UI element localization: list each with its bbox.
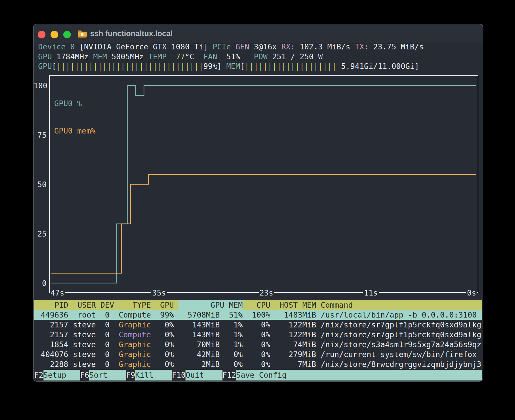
- fn-key-F2[interactable]: F2: [34, 370, 43, 380]
- y-tick-75: 75: [34, 130, 47, 140]
- terminal-window: ssh functionaltux.local Device 0 [NVIDIA…: [33, 24, 483, 382]
- process-row-pid-2157[interactable]: 2157 steve 0 Graphic 0% 143MiB 1% 0% 122…: [34, 320, 482, 330]
- y-tick-25: 25: [34, 229, 47, 239]
- x-tick-11s: 11s: [363, 288, 379, 298]
- fn-action-setup[interactable]: Setup: [43, 370, 80, 380]
- header-sort-column-gpu-mem[interactable]: GPU MEM: [178, 300, 243, 310]
- gpu-mem-gauge-line: GPU[||||||||||||||||||||||||||||||||99%]…: [38, 61, 419, 71]
- fn-action-sort[interactable]: Sort: [89, 370, 126, 380]
- process-row-pid-1854[interactable]: 1854 steve 0 Graphic 0% 70MiB 1% 0% 74Mi…: [34, 340, 482, 349]
- process-table-rows: 449636 root 0 Compute 99% 5708MiB 51% 10…: [34, 310, 482, 369]
- header-left-columns: PID USER DEV TYPE GPU: [36, 300, 178, 310]
- process-row-pid-404076[interactable]: 404076 steve 0 Graphic 0% 42MiB 0% 0% 27…: [34, 349, 482, 359]
- fn-action-save-config[interactable]: Save Config: [236, 370, 482, 380]
- device-info-line: Device 0 [NVIDIA GeForce GTX 1080 Ti] PC…: [38, 42, 424, 52]
- chart-legend: GPU0 % GPU0 mem%: [54, 81, 95, 153]
- legend-gpu-mem: GPU0 mem%: [54, 126, 95, 136]
- header-right-columns: CPU HOST MEM Command: [243, 300, 353, 310]
- y-tick-50: 50: [34, 180, 47, 189]
- zoom-button[interactable]: [63, 31, 71, 38]
- x-tick-0s: 0s: [466, 288, 477, 298]
- x-tick-23s: 23s: [259, 288, 274, 298]
- process-row-pid-2157[interactable]: 2157 steve 0 Compute 0% 143MiB 1% 0% 122…: [34, 330, 482, 340]
- y-tick-0: 0: [34, 278, 47, 288]
- gauge-fill-bars: ||||||||||||||||||||: [245, 62, 337, 71]
- x-tick-35s: 35s: [151, 288, 167, 298]
- process-row-pid-2288[interactable]: 2288 steve 0 Graphic 0% 2MiB 0% 0% 7MiB …: [34, 359, 482, 369]
- fn-action-quit[interactable]: Quit: [186, 370, 222, 380]
- gpu-clock-line: GPU 1784MHz MEM 5005MHz TEMP 77°C FAN 51…: [38, 52, 323, 62]
- header-filler: [353, 300, 482, 310]
- process-table-header: PID USER DEV TYPE GPU GPU MEM CPU HOST M…: [34, 300, 482, 310]
- fn-key-F12[interactable]: F12: [222, 370, 236, 380]
- fn-key-F9[interactable]: F9: [126, 370, 135, 380]
- gauge-fill-bars: ||||||||||||||||||||||||||||||||: [56, 62, 203, 71]
- fn-action-kill[interactable]: Kill: [135, 370, 172, 380]
- home-folder-icon: [77, 30, 87, 38]
- minimize-button[interactable]: [51, 31, 58, 38]
- title-bar[interactable]: ssh functionaltux.local: [34, 24, 483, 43]
- series-GPU0-: [51, 86, 476, 283]
- desktop: ssh functionaltux.local Device 0 [NVIDIA…: [0, 0, 515, 420]
- function-key-bar: F2Setup F6Sort F9Kill F10Quit F12Save Co…: [34, 370, 482, 380]
- close-button[interactable]: [38, 31, 45, 38]
- process-row-pid-449636[interactable]: 449636 root 0 Compute 99% 5708MiB 51% 10…: [34, 310, 482, 320]
- utilization-chart: GPU0 % GPU0 mem%: [49, 75, 478, 293]
- window-title: ssh functionaltux.local: [90, 24, 173, 43]
- y-tick-100: 100: [34, 81, 47, 91]
- legend-gpu-percent: GPU0 %: [54, 99, 95, 108]
- fn-key-F6[interactable]: F6: [80, 370, 90, 380]
- chart-plot-area: [50, 76, 478, 292]
- fn-key-F10[interactable]: F10: [172, 370, 186, 380]
- series-GPU0-mem-: [51, 174, 476, 273]
- x-tick-47s: 47s: [50, 288, 65, 298]
